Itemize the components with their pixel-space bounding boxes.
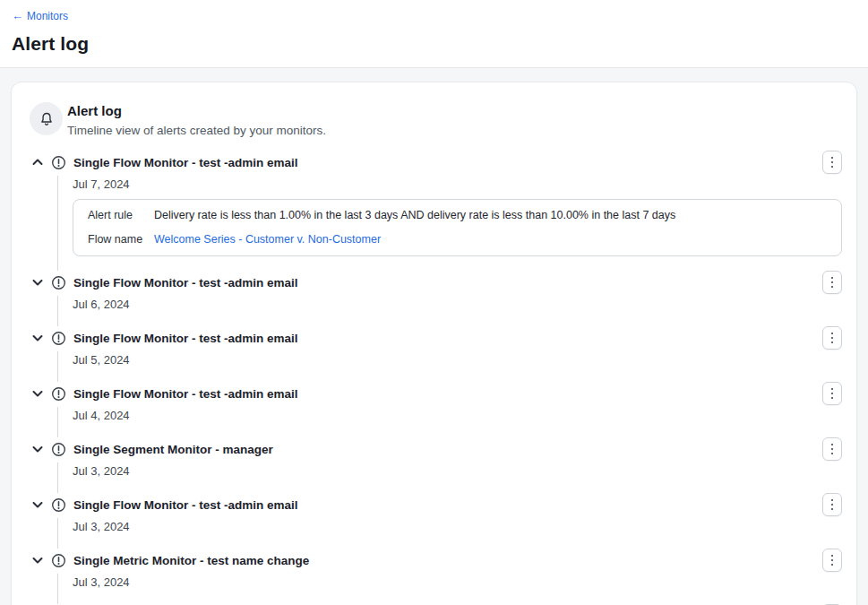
kebab-dot [831, 341, 834, 344]
breadcrumb-monitors-link[interactable]: ← Monitors [12, 10, 68, 22]
alert-date: Jul 7, 2024 [73, 177, 842, 192]
kebab-dot [831, 337, 834, 340]
alert-warning-icon [51, 497, 66, 513]
kebab-menu-button[interactable] [822, 437, 842, 461]
alert-warning-icon [51, 275, 66, 290]
kebab-dot [831, 333, 834, 335]
alert-warning-icon [51, 155, 66, 170]
alert-entry-header: Single Metric Monitor - test name change [30, 551, 842, 569]
alert-entry: Single Flow Monitor - test -admin email … [30, 496, 842, 551]
alert-entry-body: Jul 3, 2024 [73, 575, 842, 590]
alert-date: Jul 3, 2024 [73, 575, 842, 590]
kebab-dot [831, 157, 834, 160]
alert-entry: Single Flow Monitor - test -admin email … [30, 385, 842, 440]
timeline-connector [57, 351, 58, 382]
alert-entry-header: Single Segment Monitor - manager [30, 440, 842, 458]
bell-icon-circle [30, 102, 63, 135]
timeline-connector [57, 296, 58, 326]
kebab-dot [831, 277, 834, 280]
alert-entry: Single Flow Monitor - test -admin email … [30, 273, 842, 329]
top-header: ← Monitors Alert log [0, 0, 868, 55]
chevron-down-icon [30, 442, 45, 456]
alert-title: Single Flow Monitor - test -admin email [73, 332, 298, 345]
timeline-connector [57, 518, 58, 549]
kebab-dot [831, 166, 834, 169]
chevron-down-icon [30, 553, 45, 567]
alert-entry: Single Flow Monitor - test -admin email … [30, 153, 842, 273]
kebab-dot [831, 508, 834, 511]
timeline-connector [57, 407, 58, 437]
alert-entry-body: Jul 3, 2024 [73, 464, 842, 479]
alert-entry-body: Jul 7, 2024 Alert rule Delivery rate is … [73, 177, 842, 256]
kebab-menu-button[interactable] [822, 549, 842, 572]
alert-entry-body: Jul 3, 2024 [73, 520, 842, 534]
kebab-dot [831, 504, 834, 506]
alert-entry-header: Single Flow Monitor - test -admin email [30, 273, 842, 291]
flow-name-link[interactable]: Welcome Series - Customer v. Non-Custome… [154, 233, 381, 246]
kebab-dot [831, 559, 834, 562]
expand-collapse-button[interactable] [30, 497, 46, 513]
expand-collapse-button[interactable] [30, 330, 46, 346]
alert-entry: Single Metric Monitor - test name change… [30, 551, 842, 605]
chevron-down-icon [30, 386, 45, 401]
expand-collapse-button[interactable] [30, 154, 46, 170]
chevron-down-icon [30, 331, 45, 345]
timeline-connector [57, 574, 58, 604]
card-titles: Alert log Timeline view of alerts create… [67, 102, 326, 139]
kebab-dot [831, 448, 834, 451]
kebab-menu-button[interactable] [822, 493, 842, 516]
expand-collapse-button[interactable] [30, 385, 46, 402]
expand-collapse-button[interactable] [30, 441, 46, 457]
bell-icon [39, 111, 55, 127]
alert-entry-body: Jul 6, 2024 [73, 298, 842, 312]
alert-rule-value: Delivery rate is less than 1.00% in the … [154, 209, 675, 222]
alert-title: Single Flow Monitor - test -admin email [73, 498, 298, 512]
kebab-menu-button[interactable] [822, 271, 842, 294]
page-title: Alert log [12, 33, 856, 55]
kebab-dot [831, 453, 834, 455]
kebab-dot [831, 397, 834, 400]
chevron-down-icon [30, 155, 45, 169]
alert-entry-header: Single Flow Monitor - test -admin email [30, 385, 842, 402]
flow-name-label: Flow name [88, 233, 154, 246]
alert-warning-icon [51, 442, 66, 457]
alert-entry-header: Single Flow Monitor - test -admin email [30, 496, 842, 514]
kebab-dot [831, 564, 834, 566]
alert-entry-body: Jul 5, 2024 [73, 353, 842, 367]
kebab-menu-button[interactable] [822, 326, 842, 350]
timeline-connector [57, 176, 58, 271]
flow-name-row: Flow name Welcome Series - Customer v. N… [88, 233, 827, 246]
alert-date: Jul 5, 2024 [73, 353, 842, 367]
content-area: Alert log Timeline view of alerts create… [0, 68, 868, 605]
kebab-menu-button[interactable] [822, 151, 842, 174]
kebab-dot [831, 286, 834, 289]
kebab-dot [831, 161, 834, 164]
alert-log-card: Alert log Timeline view of alerts create… [11, 82, 857, 605]
expand-collapse-button[interactable] [30, 274, 46, 290]
timeline-connector [57, 462, 58, 493]
kebab-dot [831, 388, 834, 391]
back-arrow-icon: ← [12, 10, 23, 22]
alert-warning-icon [51, 386, 66, 402]
chevron-down-icon [30, 497, 45, 512]
alert-title: Single Flow Monitor - test -admin email [73, 276, 298, 290]
alert-rule-label: Alert rule [88, 209, 154, 222]
alert-warning-icon [51, 331, 66, 346]
breadcrumb-label: Monitors [27, 10, 68, 22]
kebab-dot [831, 555, 834, 557]
alert-date: Jul 4, 2024 [73, 409, 842, 423]
card-subtitle: Timeline view of alerts created by your … [67, 123, 326, 139]
alert-entry-header: Single Flow Monitor - test -admin email [30, 153, 842, 171]
kebab-dot [831, 281, 834, 284]
kebab-menu-button[interactable] [822, 382, 842, 405]
card-header: Alert log Timeline view of alerts create… [30, 102, 842, 139]
card-title: Alert log [67, 102, 326, 120]
alert-details: Alert rule Delivery rate is less than 1.… [73, 199, 842, 256]
alert-date: Jul 3, 2024 [73, 520, 842, 534]
alert-title: Single Segment Monitor - manager [73, 443, 273, 456]
expand-collapse-button[interactable] [30, 552, 46, 568]
alert-list: Single Flow Monitor - test -admin email … [30, 153, 842, 605]
alert-title: Single Metric Monitor - test name change [73, 554, 309, 567]
alert-date: Jul 6, 2024 [73, 298, 842, 312]
alert-rule-row: Alert rule Delivery rate is less than 1.… [88, 209, 827, 222]
